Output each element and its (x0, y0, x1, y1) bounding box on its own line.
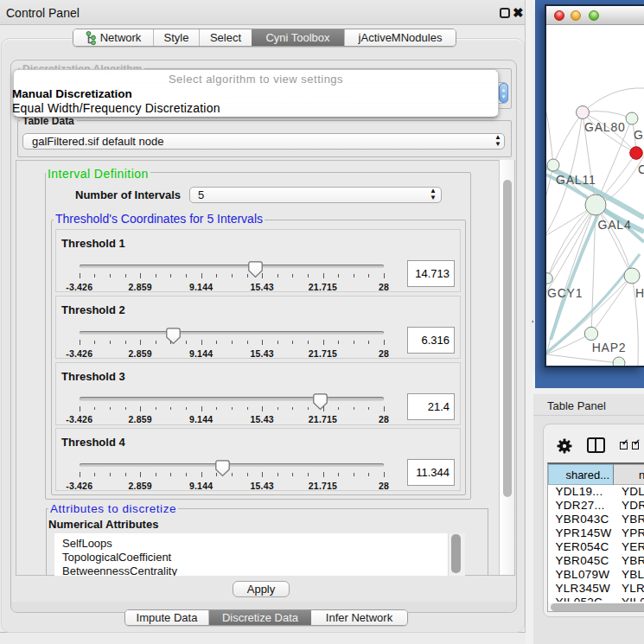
svg-text:GCY1: GCY1 (547, 286, 583, 300)
svg-text:HAP2: HAP2 (592, 341, 627, 354)
svg-text:H: H (635, 286, 644, 300)
svg-text:GAL4: GAL4 (598, 218, 632, 232)
svg-text:GAL11: GAL11 (556, 173, 596, 187)
svg-text:C: C (638, 163, 644, 176)
svg-text:GAL80: GAL80 (584, 120, 626, 134)
svg-text:GA: GA (634, 128, 644, 142)
